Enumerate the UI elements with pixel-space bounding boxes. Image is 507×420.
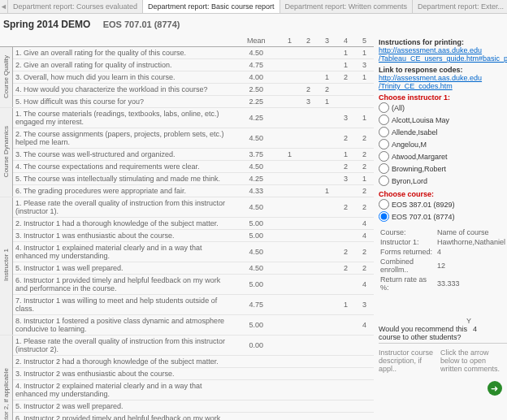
response-codes-heading: Link to response codes: <box>379 66 507 74</box>
count-value <box>299 108 318 128</box>
printing-link-2[interactable]: /Tableau_CE_users_guide.htm#basic_print <box>379 54 507 63</box>
side-panel: Instructions for printing: http://assess… <box>374 35 507 420</box>
prev-tab-icon[interactable]: ◄ <box>0 0 8 13</box>
count-value: 3 <box>336 173 355 185</box>
table-row: Instructor 2, if applicable1. Please rat… <box>0 336 374 356</box>
section-label: Course Quality <box>0 47 13 108</box>
mean-value: 0.00 <box>232 336 281 356</box>
count-value <box>280 315 299 336</box>
course-option[interactable]: EOS 707.01 (8774) <box>379 210 507 223</box>
count-value <box>336 185 355 197</box>
count-value <box>280 401 299 413</box>
table-row: 8. Instructor 1 fostered a positive clas… <box>0 315 374 336</box>
count-value <box>336 368 355 380</box>
instructor-radio[interactable] <box>379 163 389 174</box>
mean-value: 4.75 <box>232 59 281 71</box>
count-value <box>299 380 318 401</box>
count-value <box>280 275 299 295</box>
question-text: 3. Instructor 2 was enthusiastic about t… <box>13 368 232 380</box>
count-value: 2 <box>336 262 355 275</box>
table-row: 3. Instructor 2 was enthusiastic about t… <box>0 368 374 380</box>
mean-value: 5.00 <box>232 218 281 230</box>
instructor-option[interactable]: Angelou,M <box>379 138 507 150</box>
question-text: 1. Give an overall rating for the qualit… <box>13 47 232 59</box>
instructor-option[interactable]: Allende,Isabel <box>379 126 507 138</box>
course-radio[interactable] <box>379 199 389 210</box>
tab-written-comments[interactable]: Department report: Written comments <box>280 0 413 13</box>
instructor-radio[interactable] <box>379 151 389 162</box>
count-value: 2 <box>336 161 355 173</box>
meta-instructor-label: Instructor 1: <box>379 237 436 247</box>
table-row: 6. The grading procedures were appropria… <box>0 185 374 197</box>
question-text: 3. Overall, how much did you learn in th… <box>13 71 232 84</box>
printing-link-1[interactable]: http://assessment.aas.duke.edu <box>379 46 482 54</box>
open-comments-arrow-icon[interactable]: ➜ <box>488 381 502 396</box>
instructor-option[interactable]: Alcott,Louisa May <box>379 114 507 126</box>
count-value <box>299 59 318 71</box>
count-value <box>318 47 336 59</box>
count-value <box>299 71 318 84</box>
mean-value: 4.75 <box>232 295 281 315</box>
count-value <box>280 108 299 128</box>
question-text: 3. Instructor 1 was enthusiastic about t… <box>13 230 232 242</box>
count-value <box>355 380 374 401</box>
count-value: 1 <box>336 47 355 59</box>
count-value: 4 <box>355 315 374 336</box>
count-value <box>318 380 336 401</box>
col-4: 4 <box>336 35 355 47</box>
count-value <box>280 185 299 197</box>
meta-forms-value: 4 <box>436 247 507 257</box>
count-value <box>355 84 374 96</box>
meta-enroll-label: Combined enrollm.. <box>379 257 436 275</box>
count-value: 2 <box>355 128 374 149</box>
instructor-radio[interactable] <box>379 139 389 149</box>
col-2: 2 <box>299 35 318 47</box>
course-option[interactable]: EOS 387.01 (8929) <box>379 198 507 210</box>
mean-value: 4.50 <box>232 128 281 149</box>
question-text: 1. The course materials (readings, textb… <box>13 108 232 128</box>
count-value <box>318 368 336 380</box>
count-value <box>318 315 336 336</box>
table-row: Instructor 11. Please rate the overall q… <box>0 197 374 218</box>
col-3: 3 <box>318 35 336 47</box>
response-link-1[interactable]: http://assessment.aas.duke.edu <box>379 74 482 82</box>
header: Spring 2014 DEMO EOS 707.01 (8774) <box>0 14 507 35</box>
response-link-2[interactable]: /Trinity_CE_codes.htm <box>379 82 453 90</box>
count-value: 4 <box>355 230 374 242</box>
count-value <box>280 84 299 96</box>
tab-courses-evaluated[interactable]: Department report: Courses evaluated <box>8 0 143 13</box>
count-value <box>299 185 318 197</box>
instructor-radio[interactable] <box>379 127 389 137</box>
tab-basic-course-report[interactable]: Department report: Basic course report <box>143 0 280 13</box>
question-text: 5. Instructor 2 was well prepared. <box>13 401 232 413</box>
table-row: 5. How difficult was this course for you… <box>0 96 374 108</box>
count-value <box>280 47 299 59</box>
count-value <box>299 128 318 149</box>
count-value: 2 <box>336 242 355 262</box>
instructor-option[interactable]: Atwood,Margaret <box>379 150 507 162</box>
instructor-radio[interactable] <box>379 102 389 113</box>
instructor-option[interactable]: Byron,Lord <box>379 175 507 187</box>
tab-external[interactable]: Department report: Exter... <box>413 0 507 13</box>
instructor-option[interactable]: (All) <box>379 102 507 114</box>
course-code: EOS 707.01 (8774) <box>103 19 180 29</box>
count-value <box>299 368 318 380</box>
count-value: 2 <box>336 128 355 149</box>
recommend-y-label: Y <box>461 317 477 325</box>
table-row: 2. The course assignments (papers, proje… <box>0 128 374 149</box>
meta-course-value: Name of course <box>436 227 507 237</box>
instructor-radio[interactable] <box>379 115 389 125</box>
count-value <box>280 242 299 262</box>
instructor-radio[interactable] <box>379 175 389 186</box>
count-value <box>355 413 374 421</box>
table-row: 2. Instructor 1 had a thorough knowledge… <box>0 218 374 230</box>
count-value: 3 <box>299 96 318 108</box>
meta-rate-label: Return rate as %: <box>379 275 436 292</box>
mean-value: 4.25 <box>232 108 281 128</box>
count-value <box>355 356 374 368</box>
count-value: 4 <box>355 218 374 230</box>
course-radio[interactable] <box>379 211 389 222</box>
meta-instructor-value: Hawthorne,Nathaniel <box>436 237 507 247</box>
instructor-option[interactable]: Browning,Robert <box>379 162 507 175</box>
count-value <box>280 197 299 218</box>
